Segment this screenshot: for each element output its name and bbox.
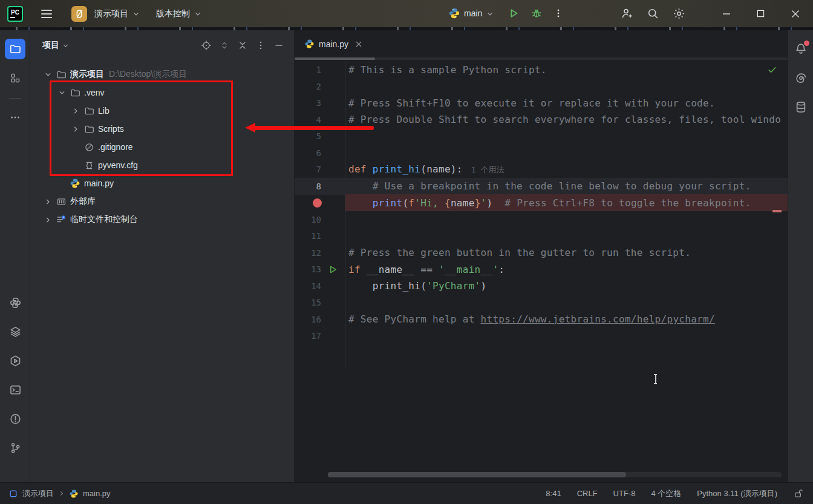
chevron-down-icon[interactable] (44, 70, 53, 79)
project-switcher[interactable]: 演示项目 (91, 5, 144, 23)
panel-locate-button[interactable] (197, 37, 215, 54)
tool-strip-database-button[interactable] (791, 97, 811, 117)
status-item[interactable]: CRLF (577, 489, 598, 498)
line-number[interactable]: 11 (295, 231, 321, 241)
code-line-13[interactable]: 13if __name__ == '__main__': (295, 261, 788, 278)
settings-button[interactable] (669, 4, 689, 22)
tool-strip-ai-assistant-button[interactable] (791, 68, 811, 88)
code-line-17[interactable]: 17 (295, 327, 788, 344)
line-number[interactable]: 5 (295, 131, 321, 141)
status-item[interactable]: 4 个空格 (651, 488, 681, 499)
tool-strip-python-packages-button[interactable] (5, 292, 25, 313)
chevron-down-icon (194, 10, 202, 18)
notification-badge (804, 41, 809, 46)
search-everywhere-button[interactable] (643, 4, 663, 22)
gutter-run-icon[interactable] (321, 265, 345, 274)
tool-strip-project-folder-button[interactable] (5, 39, 25, 59)
more-actions-button[interactable] (550, 4, 567, 22)
status-item[interactable]: Python 3.11 (演示项目) (697, 488, 777, 499)
tool-strip-structure-button[interactable] (5, 68, 25, 88)
tree-item-main.py[interactable]: main.py (30, 174, 295, 192)
line-number[interactable]: 13 (295, 264, 321, 274)
debug-button[interactable] (527, 4, 546, 22)
chevron-down-icon[interactable] (62, 42, 70, 50)
vcs-widget[interactable]: 版本控制 (152, 5, 206, 23)
line-number[interactable]: 3 (295, 98, 321, 108)
breakpoint-stripe-mark[interactable] (772, 210, 782, 212)
unlock-icon[interactable] (793, 488, 803, 499)
line-number[interactable]: 17 (295, 331, 321, 341)
code-line-7[interactable]: 7def print_hi(name):1 个用法 (295, 161, 788, 178)
breadcrumb[interactable]: 演示项目 main.py (8, 488, 111, 499)
chevron-right-icon[interactable] (44, 197, 53, 206)
run-button[interactable] (504, 4, 523, 22)
tree-item-临时文件和控制台[interactable]: 临时文件和控制台 (30, 211, 295, 229)
project-avatar[interactable] (71, 6, 87, 22)
breadcrumb-project[interactable]: 演示项目 (22, 488, 54, 499)
maximize-button[interactable] (743, 0, 778, 27)
panel-collapse-all-button[interactable] (233, 37, 252, 54)
project-panel-title[interactable]: 项目 (42, 40, 59, 51)
code-text: # Use a breakpoint in the code line belo… (348, 180, 751, 192)
main-menu-button[interactable] (36, 5, 57, 23)
tree-item-label: 演示项目 (70, 69, 104, 80)
code-line-10[interactable]: 10 (295, 211, 788, 228)
line-number[interactable]: 12 (295, 248, 321, 258)
panel-more-button[interactable] (252, 37, 270, 54)
tool-strip-problems-button[interactable] (5, 408, 25, 429)
line-number[interactable]: 7 (295, 165, 321, 174)
status-item[interactable]: 8:41 (546, 489, 561, 498)
code-line-1[interactable]: 1# This is a sample Python script. (295, 61, 788, 78)
project-folder-icon (9, 43, 21, 55)
tool-strip-version-control-button[interactable] (5, 437, 25, 458)
line-number[interactable]: 10 (295, 215, 321, 224)
code-line-3[interactable]: 3# Press Shift+F10 to execute it or repl… (295, 94, 788, 111)
close-button[interactable] (778, 0, 812, 27)
line-number[interactable]: 1 (295, 65, 321, 74)
panel-hide-button[interactable] (270, 37, 288, 54)
tree-item-path: D:\Desktop\演示项目 (109, 69, 187, 80)
tab-scrollbar-thumb[interactable] (295, 57, 375, 60)
project-name: 演示项目 (94, 8, 128, 19)
line-number[interactable]: 2 (295, 82, 321, 91)
line-number[interactable]: 8 (295, 182, 321, 191)
code-line-14[interactable]: 14 print_hi('PyCharm') (295, 278, 788, 295)
tool-strip-run-widget-button[interactable] (5, 350, 25, 371)
line-number[interactable]: 15 (295, 298, 321, 307)
code-line-8[interactable]: 8 # Use a breakpoint in the code line be… (295, 178, 788, 195)
tab-close-icon[interactable] (355, 41, 362, 48)
code-line-2[interactable]: 2 (295, 78, 788, 95)
tool-strip-notifications-button[interactable] (791, 39, 811, 59)
database-icon (794, 100, 808, 114)
terminal-icon (9, 384, 22, 396)
panel-expand-selection-button[interactable] (215, 37, 233, 54)
tree-item-label: 临时文件和控制台 (70, 214, 138, 225)
run-configuration-selector[interactable]: main (445, 4, 498, 22)
code-line-16[interactable]: 16# See PyCharm help at https://www.jetb… (295, 311, 788, 328)
line-number[interactable]: 16 (295, 315, 321, 324)
tab-main-py[interactable]: main.py (295, 30, 368, 57)
chevron-right-icon[interactable] (44, 215, 53, 224)
status-item[interactable]: UTF-8 (613, 489, 636, 498)
breadcrumb-file[interactable]: main.py (83, 489, 111, 498)
minimize-button[interactable] (709, 0, 743, 27)
code-line-12[interactable]: 12# Press the green button in the gutter… (295, 244, 788, 261)
code-text: def print_hi(name):1 个用法 (348, 163, 504, 175)
tool-strip-terminal-button[interactable] (5, 379, 25, 400)
code-line-15[interactable]: 15 (295, 294, 788, 311)
code-line-9[interactable]: print(f'Hi, {name}') # Press Ctrl+F8 to … (295, 194, 788, 211)
tool-strip-more-tools-button[interactable] (5, 107, 25, 128)
breakpoint-icon[interactable] (295, 198, 345, 208)
code-text: # Press Shift+F10 to execute it or repla… (348, 97, 715, 109)
code-line-11[interactable]: 11 (295, 227, 788, 244)
code-with-me-button[interactable] (617, 4, 637, 22)
line-number[interactable]: 6 (295, 148, 321, 158)
inspection-ok-icon[interactable] (768, 65, 777, 74)
code-line-6[interactable]: 6 (295, 145, 788, 162)
line-number[interactable]: 14 (295, 281, 321, 291)
tree-item-外部库[interactable]: 外部库 (30, 192, 295, 211)
editor-hscrollbar-thumb[interactable] (328, 472, 626, 477)
pycharm-window: PC 演示项目 版本控制 main (0, 0, 813, 504)
tool-strip-services-button[interactable] (5, 321, 25, 342)
code-text: print(f'Hi, {name}') # Press Ctrl+F8 to … (348, 197, 751, 209)
